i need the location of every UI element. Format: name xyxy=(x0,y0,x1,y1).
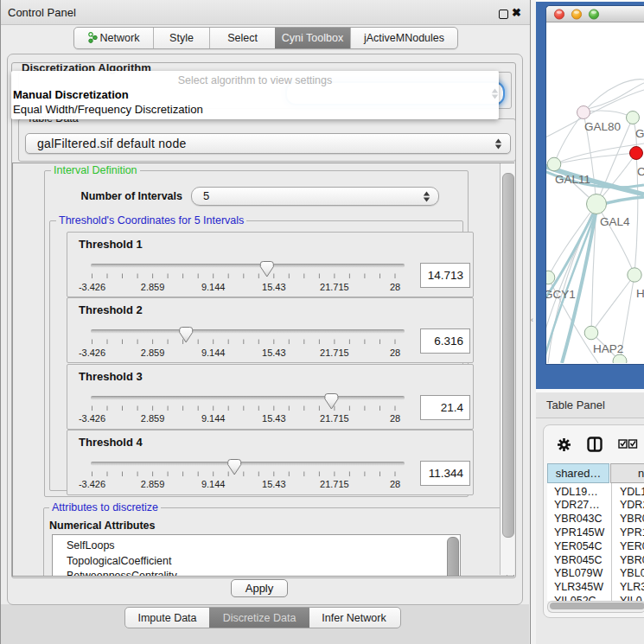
svg-text:GAL80: GAL80 xyxy=(584,120,621,133)
svg-text:GCY1: GCY1 xyxy=(546,288,576,301)
svg-text:C: C xyxy=(637,165,644,178)
svg-text:GAL4: GAL4 xyxy=(600,215,630,228)
svg-text:HAP2: HAP2 xyxy=(593,342,623,355)
svg-text:GAL11: GAL11 xyxy=(555,173,590,186)
svg-text:H: H xyxy=(636,287,644,300)
svg-text:GA: GA xyxy=(635,127,644,140)
